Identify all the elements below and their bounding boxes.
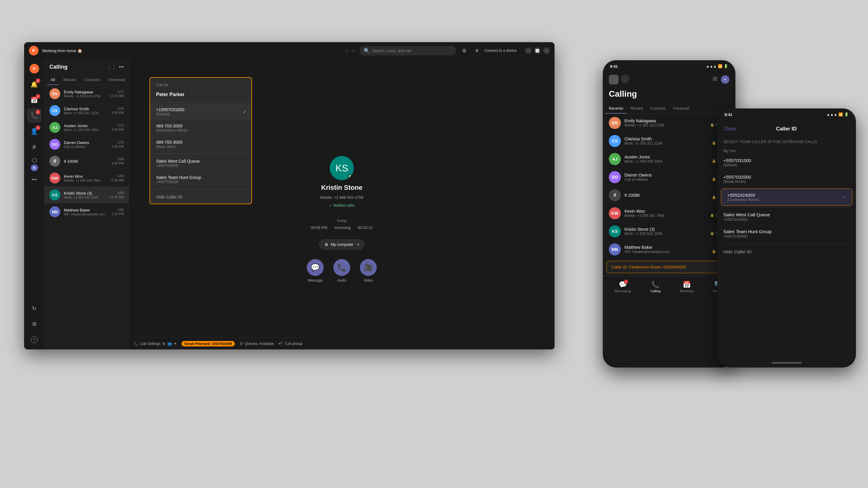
contact-info: Kristin Stone (3) Work: +1 555 642 2346 — [64, 191, 106, 199]
add-button[interactable]: ⊕ — [460, 47, 469, 54]
dropdown-item-default[interactable]: +15557031000 (Default) ✓ — [150, 104, 251, 120]
nav-calling[interactable]: 📞 Calling — [650, 281, 661, 293]
sidebar-item-calendar[interactable]: 📅 1 — [27, 93, 41, 107]
phone2-status-right: ▲▲▲ 📶 🔋 — [827, 112, 849, 117]
phone2-subtitle: SELECT YOUR CALLER ID FOR OUTBOUND CALLS — [717, 137, 856, 147]
dropdown-number: Sales West Call Queue — [156, 159, 245, 164]
phone-header-icons: ⊞ + — [713, 75, 730, 84]
home-indicator — [772, 362, 802, 364]
phone1-contact-list: EN Emily Nakagawa Mobile: +1 555 123 475… — [603, 114, 735, 258]
status-call-settings[interactable]: 📞 Call Settings ⚙ 👥 ✦ — [134, 341, 177, 346]
scene: P Working from home 🏠 ‹ › 🔍 Search, meet… — [0, 0, 868, 488]
dropdown-item-sales-west[interactable]: Sales West Call Queue +4697034000 — [150, 155, 251, 171]
phone1-tab-voicemail[interactable]: Voicemail — [669, 104, 693, 113]
options-icon[interactable]: ••• — [119, 64, 124, 70]
active-caller-label: Sonali Pritchard: 15557031000 — [184, 342, 232, 346]
sidebar-item-calls[interactable]: 📞 1 — [27, 108, 41, 123]
phone1-tab-contacts[interactable]: Contacts — [647, 104, 669, 113]
dropdown-item-sales-team[interactable]: Sales Team Hunt Group +4697035000 — [150, 171, 251, 188]
queues-label: Queues: Available — [245, 341, 274, 346]
contact-name: Darren Owens — [64, 140, 108, 145]
phone2-hide-caller-id[interactable]: Hide Caller ID — [717, 245, 856, 258]
list-item[interactable]: EN Emily Nakagawa Mobile: +1 555 123 475… — [44, 85, 129, 102]
sidebar-item-more[interactable]: ••• — [27, 172, 41, 187]
tab-contacts[interactable]: Contacts — [81, 75, 103, 85]
status-queues[interactable]: ☰ Queues: Available — [240, 341, 274, 346]
pickup-label: Call pickup — [285, 341, 303, 346]
tab-voicemail[interactable]: Voicemail — [104, 75, 129, 85]
phone1-tab-missed[interactable]: Missed — [627, 104, 647, 113]
message-button[interactable]: 💬 Message — [307, 259, 324, 283]
sidebar-item-settings[interactable]: ⚙ — [27, 317, 41, 331]
dropdown-hide-caller-id[interactable]: Hide Caller ID — [150, 190, 251, 204]
tab-missed[interactable]: Missed — [60, 75, 79, 85]
contact-info: Kevin Woo Mobile: +1 555 342 7864 — [624, 209, 707, 218]
list-item[interactable]: AJ Austen Jones Work: +1 555 456 2454 1/… — [44, 119, 129, 136]
phone2-line-item-sales-west[interactable]: Sales West Call Queue +5557034000 — [717, 208, 856, 225]
dropdown-number: 469-703-2000 — [156, 124, 245, 128]
contact-avatar: AJ — [609, 153, 621, 165]
audio-button[interactable]: 📞 Audio — [333, 259, 350, 283]
list-item[interactable]: DO Darren Owens Call on Webex 1/13 🔒 1:3… — [603, 168, 735, 186]
contact-avatar: # — [50, 156, 60, 167]
phone2-line-item-sales-team[interactable]: Sales Team Hunt Group +5557035000 — [717, 225, 856, 242]
sidebar-item-hash[interactable]: # — [27, 140, 41, 154]
contact-time: 3:36 PM — [112, 161, 124, 165]
list-item[interactable]: MB Matthew Baker SIP: mbaker@example.com… — [603, 240, 735, 258]
list-item[interactable]: CS Clarissa Smith Work: +1 555 321 1234 … — [603, 132, 735, 150]
call-type: Incoming — [335, 225, 350, 230]
nav-messaging[interactable]: 💬 2 Messaging — [615, 281, 631, 293]
nav-forward[interactable]: › — [351, 47, 356, 54]
phone2-line-name: Sales Team Hunt Group — [723, 229, 850, 234]
dropdown-item-maryjane[interactable]: 469-703-3000 (Mary Jane) — [150, 136, 251, 153]
sidebar-item-profile[interactable]: P — [27, 61, 41, 76]
list-item[interactable]: KS Kristin Stone (3) Work: +1 555 642 23… — [603, 222, 735, 240]
list-item[interactable]: CS Clarissa Smith Work: +1 555 321 1234 … — [44, 102, 129, 119]
phone2-done-button[interactable]: Done — [724, 126, 736, 132]
list-item[interactable]: KW Kevin Woo Mobile: +1 555 342 7864 1/0… — [44, 170, 129, 187]
sidebar-item-activity[interactable]: 🔔 5 — [27, 77, 41, 92]
sidebar-item-contacts[interactable]: 👤 1 — [27, 124, 41, 138]
list-item[interactable]: # 9 10086 1/08 3:36 PM — [44, 153, 129, 170]
caller-id-bar[interactable]: Caller ID: Conference Room +5552424003 — [607, 261, 732, 273]
nav-back[interactable]: ‹ — [344, 47, 349, 54]
sidebar-item-apps[interactable]: ⬡ B — [27, 157, 41, 171]
apps-icon: ⬡ — [32, 157, 37, 164]
phone2-line-item-default[interactable]: +5557031000 (Default) — [717, 154, 856, 171]
contact-name: Darren Owens — [624, 173, 708, 177]
connect-device-label[interactable]: Connect to a device — [482, 47, 519, 54]
header-avatar-2 — [621, 75, 629, 83]
list-item[interactable]: DO Darren Owens Call on Webex 1/13 1:36 … — [44, 136, 129, 153]
active-caller-badge[interactable]: Sonali Pritchard: 15557031000 — [181, 341, 235, 347]
filter-icon[interactable]: ⋮⋮ — [107, 64, 116, 70]
add-circle-icon[interactable]: + — [721, 75, 730, 84]
device-selector[interactable]: 🖥 My computer ▾ — [319, 239, 364, 250]
list-item[interactable]: KW Kevin Woo Mobile: +1 555 342 7864 1/0… — [603, 204, 735, 222]
status-call-pickup[interactable]: 📲 Call pickup — [278, 341, 303, 346]
phone1-tab-recents[interactable]: Recents — [605, 104, 627, 113]
close-button[interactable]: ✕ — [543, 47, 550, 54]
minimize-button[interactable]: — — [525, 47, 532, 54]
list-item[interactable]: EN Emily Nakagawa Mobile: +1 555 123 475… — [603, 114, 735, 132]
tab-all[interactable]: All — [47, 75, 59, 85]
panel-header-icons: ⋮⋮ ••• — [107, 64, 124, 70]
list-item[interactable]: KS Kristin Stone (3) Work: +1 555 642 23… — [44, 187, 129, 203]
sidebar-item-refresh[interactable]: ↻ — [27, 301, 41, 316]
nav-meetings[interactable]: 📅 Meetings — [680, 281, 693, 293]
contact-info: Clarissa Smith Work: +1 555 321 1234 — [64, 107, 108, 115]
contact-avatar: EN — [609, 117, 621, 129]
list-item[interactable]: MB Matthew Baker SIP: mbaker@example.com… — [44, 203, 129, 220]
search-bar[interactable]: 🔍 Search, meet, and call — [360, 46, 456, 56]
list-item[interactable]: # 9 10086 1/08 🔒 3:36 PM — [603, 186, 735, 204]
meetings-label: Meetings — [680, 289, 693, 293]
grid-icon[interactable]: ⊞ — [713, 75, 717, 84]
phone2-line-item-break-room[interactable]: +5557032000 (Break Room) — [717, 171, 856, 187]
maximize-button[interactable]: ⬜ — [534, 47, 541, 54]
dropdown-item-richardson[interactable]: 469-703-2000 (Richardson Office) — [150, 120, 251, 136]
contact-detail: Work: +1 555 321 1234 — [624, 141, 708, 145]
sidebar-item-help[interactable]: ? — [27, 332, 41, 347]
phone2-line-info: +5552424003 (Conference Room) — [727, 193, 838, 202]
list-item[interactable]: AJ Austen Jones Work: +1 555 456 2454 1/… — [603, 150, 735, 168]
video-button[interactable]: 🎥 Video — [360, 259, 377, 283]
phone2-line-item-conference[interactable]: +5552424003 (Conference Room) ✓ — [721, 189, 852, 206]
